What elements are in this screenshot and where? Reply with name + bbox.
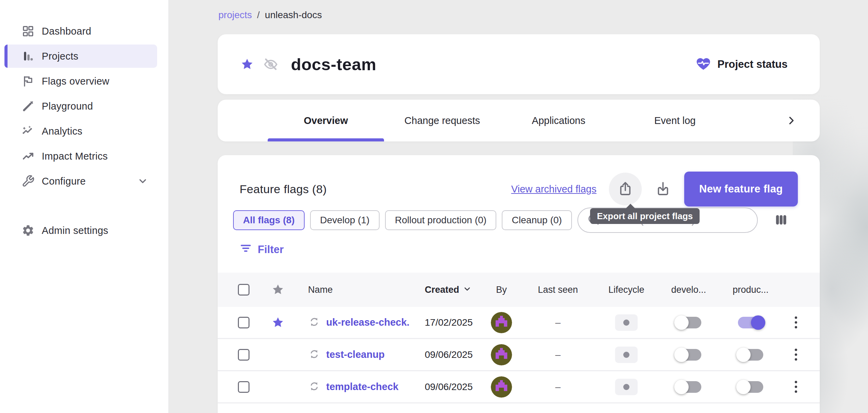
tab-label: Overview [304,115,348,126]
sidebar-item-admin-settings[interactable]: Admin settings [4,219,157,242]
chevron-down-icon [137,176,148,187]
last-seen-value: – [555,349,561,360]
column-header-by[interactable]: By [481,285,522,295]
production-toggle[interactable] [738,317,763,328]
wrench-icon [22,175,35,188]
chip-cleanup[interactable]: Cleanup (0) [502,210,572,230]
row-checkbox[interactable] [238,381,250,393]
sidebar-item-playground[interactable]: Playground [4,95,157,118]
project-status-button[interactable]: Project status [695,56,788,73]
column-header-lifecycle[interactable]: Lifecycle [594,285,659,295]
wand-icon [22,100,35,113]
columns-icon [774,212,789,228]
export-flags-button[interactable] [609,173,642,205]
filter-row: Filter [240,241,820,258]
favorite-star-icon[interactable] [270,316,286,329]
table-header-row: Name Created By Last seen Lifecycle deve… [218,273,820,307]
column-header-production[interactable]: produc... [719,285,782,295]
analytics-icon [22,125,35,138]
table-row: uk-release-check... 17/02/2025 – [218,307,820,339]
production-toggle[interactable] [738,381,763,393]
toggle-knob [751,315,765,330]
sidebar-item-dashboard[interactable]: Dashboard [4,20,157,43]
filter-button[interactable]: Filter [240,241,284,258]
export-icon [617,180,634,198]
sidebar-item-flags-overview[interactable]: Flags overview [4,70,157,93]
toggle-knob [736,380,751,394]
tab-change-requests[interactable]: Change requests [384,100,500,141]
tabs-overflow-chevron-right-icon[interactable] [786,100,797,141]
row-actions-kebab-icon[interactable] [793,379,799,395]
chip-all-flags[interactable]: All flags (8) [233,210,305,230]
column-header-last-seen[interactable]: Last seen [522,285,594,295]
sidebar-item-configure[interactable]: Configure [4,170,157,193]
sidebar-item-label: Dashboard [42,26,91,37]
sidebar-item-analytics[interactable]: Analytics [4,120,157,143]
tab-event-log[interactable]: Event log [617,100,733,141]
import-flags-button[interactable] [655,179,671,199]
lifecycle-badge[interactable] [615,347,638,363]
sidebar-item-label: Impact Metrics [42,151,108,162]
develop-toggle[interactable] [676,349,701,361]
breadcrumb-current: unleash-docs [265,10,322,21]
toggle-knob [674,315,689,330]
avatar[interactable] [491,376,512,398]
import-icon [655,180,671,198]
breadcrumb-projects-link[interactable]: projects [218,10,252,21]
toggle-knob [736,348,751,362]
table-row: template-check 09/06/2025 – [218,371,820,403]
flag-name-link[interactable]: test-cleanup [326,349,385,360]
tab-label: Change requests [405,115,480,126]
lifecycle-dot-icon [623,320,629,326]
row-actions-kebab-icon[interactable] [793,347,799,363]
column-header-name[interactable]: Name [286,285,409,295]
flag-type-release-icon [308,348,320,362]
flag-name-link[interactable]: uk-release-check... [326,317,409,328]
develop-toggle[interactable] [676,317,701,328]
project-tabs: Overview Change requests Applications Ev… [218,100,820,141]
breadcrumb: projects / unleash-docs [218,10,322,21]
dashboard-icon [22,25,35,38]
flags-toolbar: Feature flags (8) View archived flags Ne… [218,155,820,207]
feature-flags-table: Name Created By Last seen Lifecycle deve… [218,273,820,403]
lifecycle-dot-icon [623,384,629,390]
sidebar: Dashboard Projects Flags overview Playgr… [0,0,169,413]
column-header-created[interactable]: Created [409,285,481,295]
created-date: 09/06/2025 [425,349,473,360]
chip-develop[interactable]: Develop (1) [310,210,380,230]
export-tooltip: Export all project flags [590,208,700,224]
row-checkbox[interactable] [238,317,250,328]
column-header-develop[interactable]: develo... [659,285,719,295]
lifecycle-badge[interactable] [615,314,638,331]
lifecycle-badge[interactable] [615,379,638,395]
favorite-star-icon[interactable] [240,57,255,72]
flags-toolbar-actions: View archived flags New feature flag [511,172,798,206]
sidebar-item-label: Playground [42,101,93,112]
row-actions-kebab-icon[interactable] [793,314,799,330]
toggle-knob [674,380,689,394]
flags-heading: Feature flags (8) [240,183,327,196]
select-all-checkbox[interactable] [238,284,250,296]
created-date: 17/02/2025 [425,317,473,328]
project-header-card: docs-team Project status [218,34,820,94]
tab-label: Applications [532,115,585,126]
columns-toggle-button[interactable] [774,213,789,228]
avatar[interactable] [491,312,512,333]
row-checkbox[interactable] [238,349,250,361]
heart-pulse-icon [695,56,711,73]
tab-applications[interactable]: Applications [500,100,617,141]
develop-toggle[interactable] [676,381,701,393]
tab-overview[interactable]: Overview [268,100,384,141]
view-archived-flags-link[interactable]: View archived flags [511,184,596,195]
project-title: docs-team [291,55,376,74]
app-root: Dashboard Projects Flags overview Playgr… [0,0,868,413]
chip-rollout-production[interactable]: Rollout production (0) [385,210,497,230]
favorite-column-star-icon [270,283,286,296]
sidebar-item-label: Projects [42,51,78,62]
sidebar-item-impact-metrics[interactable]: Impact Metrics [4,145,157,168]
new-feature-flag-button[interactable]: New feature flag [684,172,798,206]
avatar[interactable] [491,344,512,365]
production-toggle[interactable] [738,349,763,361]
sidebar-item-projects[interactable]: Projects [4,45,157,68]
flag-name-link[interactable]: template-check [326,381,398,392]
